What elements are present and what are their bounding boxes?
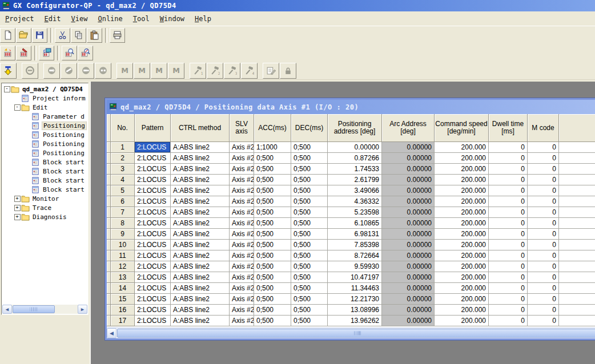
cell-arc-address-deg[interactable]: 0.00000: [382, 250, 435, 261]
column-header-m-code[interactable]: M code: [528, 114, 559, 142]
cell-m-code[interactable]: 0: [528, 164, 559, 175]
cell-slv-axis[interactable]: Axis #2: [230, 175, 254, 185]
cell-dwell-time-ms[interactable]: 0: [489, 142, 528, 153]
cell-slv-axis[interactable]: Axis #2: [230, 272, 254, 283]
collapse-icon[interactable]: -: [14, 104, 21, 111]
cell-dec-ms[interactable]: 0;500: [291, 240, 328, 250]
cell-arc-address-deg[interactable]: 0.00000: [382, 164, 435, 175]
cell-slv-axis[interactable]: Axis #2: [230, 153, 254, 164]
cell-arc-address-deg[interactable]: 0.00000: [382, 185, 435, 196]
column-header-filler[interactable]: [559, 114, 595, 142]
cell-dwell-time-ms[interactable]: 0: [489, 294, 528, 305]
row-number-cell[interactable]: 11: [111, 250, 135, 261]
scroll-left-icon[interactable]: ◀: [2, 305, 12, 314]
cell-slv-axis[interactable]: Axis #2: [230, 294, 254, 305]
m-button-2[interactable]: M: [134, 63, 150, 79]
cell-arc-address-deg[interactable]: 0.00000: [382, 305, 435, 316]
cell-dwell-time-ms[interactable]: 0: [489, 196, 528, 207]
cell-filler[interactable]: [559, 261, 595, 272]
cell-slv-axis[interactable]: Axis #2: [230, 142, 254, 153]
operation-4-button[interactable]: [95, 63, 111, 79]
row-number-cell[interactable]: 5: [111, 185, 135, 196]
cell-ctrl-method[interactable]: A:ABS line2: [171, 218, 230, 229]
cell-ctrl-method[interactable]: A:ABS line2: [171, 294, 230, 305]
test-tool-3-button[interactable]: 3: [224, 63, 240, 79]
cell-acc-ms[interactable]: 0;500: [254, 196, 291, 207]
cell-command-speed-deg-min[interactable]: 200.000: [435, 175, 489, 185]
cell-ctrl-method[interactable]: A:ABS line2: [171, 229, 230, 240]
cell-slv-axis[interactable]: Axis #2: [230, 207, 254, 218]
tree-item-positioning[interactable]: Positioning: [2, 139, 88, 148]
child-title-bar[interactable]: qd_max2 / QD75D4 / Positioning data Axis…: [107, 100, 595, 114]
cell-ctrl-method[interactable]: A:ABS line2: [171, 283, 230, 294]
cell-positioning-address-deg[interactable]: 6.10865: [328, 218, 382, 229]
cell-ctrl-method[interactable]: A:ABS line2: [171, 142, 230, 153]
cell-acc-ms[interactable]: 0;500: [254, 294, 291, 305]
cell-arc-address-deg[interactable]: 0.00000: [382, 207, 435, 218]
cell-pattern[interactable]: 2:LOCUS: [135, 207, 171, 218]
cell-command-speed-deg-min[interactable]: 200.000: [435, 283, 489, 294]
cell-command-speed-deg-min[interactable]: 200.000: [435, 294, 489, 305]
cell-positioning-address-deg[interactable]: 9.59930: [328, 261, 382, 272]
cell-dec-ms[interactable]: 0;500: [291, 196, 328, 207]
cell-ctrl-method[interactable]: A:ABS line2: [171, 240, 230, 250]
cell-pattern[interactable]: 2:LOCUS: [135, 261, 171, 272]
cell-arc-address-deg[interactable]: 0.00000: [382, 229, 435, 240]
cell-positioning-address-deg[interactable]: 4.36332: [328, 196, 382, 207]
cell-dec-ms[interactable]: 0;500: [291, 207, 328, 218]
row-number-cell[interactable]: 2: [111, 153, 135, 164]
tree-item-edit[interactable]: -Edit: [2, 103, 88, 112]
cell-filler[interactable]: [559, 250, 595, 261]
column-header-positioning-address-deg[interactable]: Positioning address [deg]: [328, 114, 382, 142]
new-button[interactable]: [0, 28, 15, 43]
cell-dec-ms[interactable]: 0;500: [291, 272, 328, 283]
column-header-command-speed-deg-min[interactable]: Command speed [deg/min]: [435, 114, 489, 142]
cell-arc-address-deg[interactable]: 0.00000: [382, 283, 435, 294]
row-number-cell[interactable]: 8: [111, 218, 135, 229]
menu-edit[interactable]: Edit: [39, 13, 66, 25]
cell-command-speed-deg-min[interactable]: 200.000: [435, 142, 489, 153]
cell-arc-address-deg[interactable]: 0.00000: [382, 261, 435, 272]
test-tool-4-button[interactable]: 4: [241, 63, 258, 79]
collapse-icon[interactable]: -: [4, 86, 10, 92]
cell-pattern[interactable]: 2:LOCUS: [135, 316, 171, 326]
scroll-right-icon[interactable]: ▶: [78, 305, 87, 314]
cell-command-speed-deg-min[interactable]: 200.000: [435, 240, 489, 250]
title-bar[interactable]: GX Configurator-QP - qd_max2 / QD75D4: [0, 0, 595, 11]
m-button-3[interactable]: M: [151, 63, 167, 79]
cell-acc-ms[interactable]: 0;500: [254, 305, 291, 316]
row-number-cell[interactable]: 15: [111, 294, 135, 305]
cell-acc-ms[interactable]: 0;500: [254, 218, 291, 229]
column-header-ctrl-method[interactable]: CTRL method: [171, 114, 230, 142]
grid-horizontal-scrollbar[interactable]: ◀: [107, 327, 595, 338]
cell-dec-ms[interactable]: 0;500: [291, 250, 328, 261]
cell-m-code[interactable]: 0: [528, 185, 559, 196]
cut-button[interactable]: [55, 28, 70, 43]
column-header-pattern[interactable]: Pattern: [135, 114, 171, 142]
tree-item-diagnosis[interactable]: +Diagnosis: [2, 212, 88, 221]
column-header-no[interactable]: No.: [111, 114, 135, 142]
cell-positioning-address-deg[interactable]: 5.23598: [328, 207, 382, 218]
cell-dwell-time-ms[interactable]: 0: [489, 250, 528, 261]
cell-dwell-time-ms[interactable]: 0: [489, 283, 528, 294]
cell-pattern[interactable]: 2:LOCUS: [135, 185, 171, 196]
cell-dec-ms[interactable]: 0;500: [291, 175, 328, 185]
cell-acc-ms[interactable]: 0;500: [254, 316, 291, 326]
cell-pattern[interactable]: 2:LOCUS: [135, 142, 171, 153]
cell-command-speed-deg-min[interactable]: 200.000: [435, 272, 489, 283]
cell-filler[interactable]: [559, 272, 595, 283]
cell-filler[interactable]: [559, 218, 595, 229]
tree-item-project-inform[interactable]: Project inform: [2, 94, 88, 103]
cell-dwell-time-ms[interactable]: 0: [489, 229, 528, 240]
cell-m-code[interactable]: 0: [528, 196, 559, 207]
tree-item-positioning[interactable]: Positioning: [2, 130, 88, 139]
cell-pattern[interactable]: 2:LOCUS: [135, 218, 171, 229]
cell-filler[interactable]: [559, 175, 595, 185]
cell-acc-ms[interactable]: 0;500: [254, 272, 291, 283]
cell-m-code[interactable]: 0: [528, 240, 559, 250]
edit-data-button[interactable]: [263, 63, 279, 79]
cell-m-code[interactable]: 0: [528, 283, 559, 294]
cell-acc-ms[interactable]: 0;500: [254, 261, 291, 272]
cell-slv-axis[interactable]: Axis #2: [230, 218, 254, 229]
menu-view[interactable]: View: [66, 13, 93, 25]
